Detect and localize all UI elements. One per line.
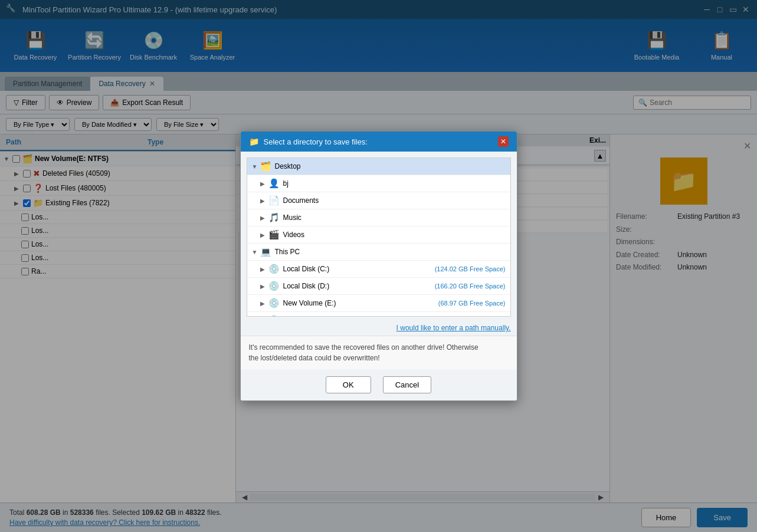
save-directory-dialog: 📁 Select a directory to save files: ✕ ▼ … <box>240 131 517 401</box>
this-pc-chevron-icon: ▼ <box>252 249 260 255</box>
desktop-chevron-icon: ▼ <box>252 163 260 170</box>
manual-path-link[interactable]: I would like to enter a path manually. <box>241 323 517 336</box>
dialog-close-btn[interactable]: ✕ <box>498 136 509 147</box>
bj-label: bj <box>283 179 506 188</box>
disk-d-label: Local Disk (D:) <box>283 282 435 290</box>
dialog-overlay: 📁 Select a directory to save files: ✕ ▼ … <box>0 0 757 532</box>
music-icon: 🎵 <box>268 212 280 223</box>
dialog-tree[interactable]: ▼ 🗂️ Desktop ▶ 👤 bj ▶ 📄 Documents <box>247 157 511 317</box>
dtree-volume-f[interactable]: ▶ 💿 New Volume (F:) (12.68 GB Free Space… <box>247 312 510 317</box>
dialog-body: ▼ 🗂️ Desktop ▶ 👤 bj ▶ 📄 Documents <box>241 157 517 400</box>
dtree-disk-c[interactable]: ▶ 💿 Local Disk (C:) (124.02 GB Free Spac… <box>247 261 510 278</box>
disk-d-chevron-icon: ▶ <box>260 283 268 290</box>
dtree-this-pc[interactable]: ▼ 💻 This PC <box>247 244 510 261</box>
dialog-title-text: Select a directory to save files: <box>264 137 498 146</box>
documents-label: Documents <box>283 196 506 205</box>
volume-e-chevron-icon: ▶ <box>260 300 268 307</box>
dtree-bj[interactable]: ▶ 👤 bj <box>247 175 510 192</box>
dtree-documents[interactable]: ▶ 📄 Documents <box>247 192 510 209</box>
warning-text: It's recommended to save the recovered f… <box>249 343 479 362</box>
disk-d-size: (166.20 GB Free Space) <box>435 283 506 290</box>
dtree-disk-d[interactable]: ▶ 💿 Local Disk (D:) (166.20 GB Free Spac… <box>247 278 510 295</box>
bj-chevron-icon: ▶ <box>260 180 268 187</box>
desktop-icon: 🗂️ <box>260 161 271 172</box>
music-chevron-icon: ▶ <box>260 215 268 221</box>
music-label: Music <box>283 214 506 222</box>
volume-e-size: (68.97 GB Free Space) <box>438 300 506 307</box>
disk-c-size: (124.02 GB Free Space) <box>435 265 506 272</box>
this-pc-icon: 💻 <box>260 247 271 257</box>
dialog-buttons: OK Cancel <box>241 369 517 400</box>
disk-c-icon: 💿 <box>268 264 280 274</box>
disk-c-label: Local Disk (C:) <box>283 265 435 273</box>
this-pc-label: This PC <box>275 248 506 256</box>
dialog-title-icon: 📁 <box>249 137 259 146</box>
dtree-volume-e[interactable]: ▶ 💿 New Volume (E:) (68.97 GB Free Space… <box>247 295 510 312</box>
dtree-videos[interactable]: ▶ 🎬 Videos <box>247 226 510 244</box>
videos-label: Videos <box>283 231 506 239</box>
dialog-ok-button[interactable]: OK <box>326 376 371 393</box>
dialog-cancel-button[interactable]: Cancel <box>383 376 431 393</box>
dtree-music[interactable]: ▶ 🎵 Music <box>247 209 510 226</box>
volume-e-label: New Volume (E:) <box>283 299 438 307</box>
dialog-titlebar: 📁 Select a directory to save files: ✕ <box>241 132 517 152</box>
volume-e-icon: 💿 <box>268 298 280 308</box>
dtree-desktop[interactable]: ▼ 🗂️ Desktop <box>247 158 510 175</box>
desktop-label: Desktop <box>275 162 506 170</box>
videos-icon: 🎬 <box>268 229 280 240</box>
documents-icon: 📄 <box>268 195 280 206</box>
documents-chevron-icon: ▶ <box>260 198 268 204</box>
videos-chevron-icon: ▶ <box>260 232 268 238</box>
disk-c-chevron-icon: ▶ <box>260 266 268 272</box>
disk-d-icon: 💿 <box>268 281 280 291</box>
volume-f-label: New Volume (F:) <box>283 316 438 317</box>
bj-icon: 👤 <box>268 178 280 189</box>
volume-f-icon: 💿 <box>268 315 280 317</box>
dialog-warning: It's recommended to save the recovered f… <box>241 336 517 369</box>
